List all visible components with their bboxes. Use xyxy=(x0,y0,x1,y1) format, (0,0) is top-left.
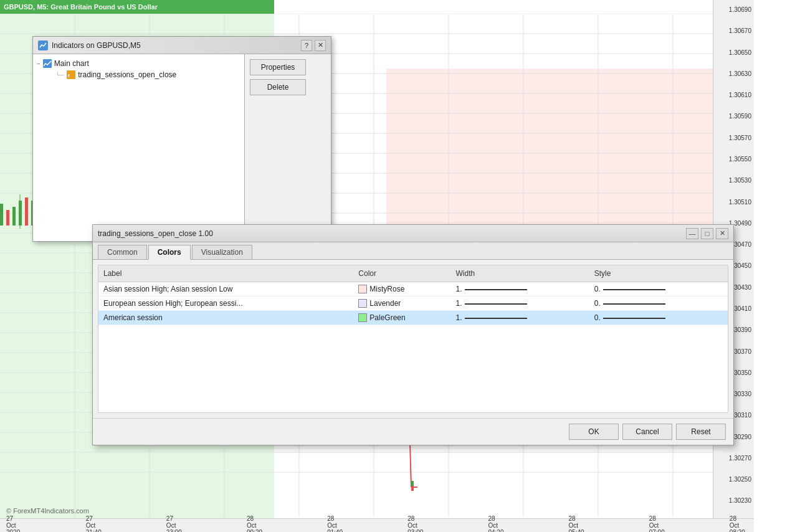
time-label: 28 Oct 04:20 xyxy=(488,515,506,532)
row-label: European session High; European sessi... xyxy=(98,297,353,311)
price-label: 1.30690 xyxy=(716,6,751,13)
header-style: Style xyxy=(589,265,728,282)
tree-expand-icon[interactable]: − xyxy=(37,60,40,67)
row-color[interactable]: MistyRose xyxy=(353,282,450,297)
delete-button[interactable]: Delete xyxy=(250,79,306,95)
properties-button[interactable]: Properties xyxy=(250,59,306,75)
price-label: 1.30570 xyxy=(716,135,751,141)
width-line-sample xyxy=(465,289,527,290)
properties-close-button[interactable]: ✕ xyxy=(716,228,728,239)
time-label: 27 Oct 21:40 xyxy=(86,515,104,532)
price-label: 1.30530 xyxy=(716,177,751,184)
price-label: 1.30610 xyxy=(716,92,751,98)
tree-child-connector: └─ xyxy=(55,72,64,78)
header-label: Label xyxy=(98,265,353,282)
minimize-icon: — xyxy=(689,230,696,237)
properties-tabs: Common Colors Visualization xyxy=(93,242,733,260)
svg-rect-49 xyxy=(0,204,3,226)
row-width: 1. xyxy=(451,297,589,311)
row-style: 0. xyxy=(589,282,728,297)
ok-button[interactable]: OK xyxy=(569,424,619,440)
price-label: 1.30630 xyxy=(716,70,751,77)
svg-rect-58 xyxy=(411,486,414,491)
tree-main-chart-label: Main chart xyxy=(54,59,89,68)
tab-visualization[interactable]: Visualization xyxy=(192,245,252,259)
color-swatch-lavender xyxy=(358,299,367,308)
dialog-title-left: Indicators on GBPUSD,M5 xyxy=(38,40,141,50)
maximize-icon: □ xyxy=(705,230,710,237)
row-label: Asian session High; Asian session Low xyxy=(98,282,353,297)
chart-title: GBPUSD, M5: Great Britain Pound vs US Do… xyxy=(4,3,158,11)
time-label: 28 Oct 01:40 xyxy=(327,515,345,532)
indicators-question-button[interactable]: ? xyxy=(301,40,312,51)
row-style: 0. xyxy=(589,311,728,325)
cancel-button[interactable]: Cancel xyxy=(622,424,672,440)
table-header-row: Label Color Width Style xyxy=(98,265,728,282)
time-label: 27 Oct 23:00 xyxy=(166,515,184,532)
time-label: 28 Oct 00:20 xyxy=(247,515,265,532)
price-label: 1.30510 xyxy=(716,199,751,206)
maximize-button[interactable]: □ xyxy=(701,228,713,239)
header-width: Width xyxy=(451,265,589,282)
color-table: Label Color Width Style Asian session Hi… xyxy=(98,265,728,325)
table-row[interactable]: Asian session High; Asian session Low Mi… xyxy=(98,282,728,297)
time-label: 28 Oct 05:40 xyxy=(569,515,587,532)
properties-window-controls: — □ ✕ xyxy=(686,228,728,239)
tree-indicator-node: └─ f trading_sessions_open_close xyxy=(37,69,240,79)
row-width: 1. xyxy=(451,311,589,325)
row-width: 1. xyxy=(451,282,589,297)
indicators-dialog: Indicators on GBPUSD,M5 ? ✕ − Main chart… xyxy=(32,36,331,242)
indicators-dialog-controls: ? ✕ xyxy=(301,40,326,51)
header-color: Color xyxy=(353,265,450,282)
indicators-dialog-body: − Main chart └─ f trading_sessions_open_… xyxy=(33,54,331,241)
svg-rect-48 xyxy=(6,210,9,226)
svg-rect-47 xyxy=(12,207,16,226)
row-label: American session xyxy=(98,311,353,325)
time-label: 28 Oct 08:20 xyxy=(730,515,748,532)
minimize-button[interactable]: — xyxy=(686,228,698,239)
table-row[interactable]: American session PaleGreen 1. 0. xyxy=(98,311,728,325)
svg-rect-60 xyxy=(43,59,52,68)
properties-content: Label Color Width Style Asian session Hi… xyxy=(98,265,728,413)
color-name: PaleGreen xyxy=(369,313,405,322)
price-label: 1.30550 xyxy=(716,156,751,163)
style-line-sample xyxy=(603,318,665,319)
watermark: © ForexMT4Indicators.com xyxy=(6,507,89,515)
svg-rect-50 xyxy=(25,197,28,226)
chart-title-bar: GBPUSD, M5: Great Britain Pound vs US Do… xyxy=(0,0,274,14)
time-axis: 27 Oct 2020 27 Oct 21:40 27 Oct 23:00 28… xyxy=(0,518,754,532)
indicators-close-button[interactable]: ✕ xyxy=(315,40,326,51)
style-line-sample xyxy=(603,303,665,305)
price-label: 1.30670 xyxy=(716,27,751,34)
time-label: 28 Oct 07:00 xyxy=(649,515,667,532)
indicators-dialog-titlebar: Indicators on GBPUSD,M5 ? ✕ xyxy=(33,37,331,54)
style-line-sample xyxy=(603,289,665,290)
row-color[interactable]: PaleGreen xyxy=(353,311,450,325)
properties-dialog: trading_sessions_open_close 1.00 — □ ✕ C… xyxy=(92,224,734,445)
width-line-sample xyxy=(465,303,527,305)
properties-title: trading_sessions_open_close 1.00 xyxy=(98,229,213,238)
price-label: 1.30230 xyxy=(716,497,751,504)
properties-footer: OK Cancel Reset xyxy=(93,418,733,445)
color-name: MistyRose xyxy=(369,285,404,293)
tree-main-chart-node: − Main chart xyxy=(37,58,240,69)
tab-colors[interactable]: Colors xyxy=(148,245,191,260)
price-label: 1.30270 xyxy=(716,455,751,462)
time-label: 27 Oct 2020 xyxy=(6,515,24,532)
indicators-dialog-icon xyxy=(38,40,48,50)
color-swatch-mistyrose xyxy=(358,285,367,293)
time-label: 28 Oct 03:00 xyxy=(407,515,426,532)
tree-indicator-label: trading_sessions_open_close xyxy=(78,70,176,79)
reset-button[interactable]: Reset xyxy=(676,424,726,440)
table-empty-space xyxy=(98,325,728,412)
indicators-action-panel: Properties Delete xyxy=(245,54,311,241)
close-icon: ✕ xyxy=(720,229,725,237)
row-color[interactable]: Lavender xyxy=(353,297,450,311)
tab-common[interactable]: Common xyxy=(98,245,147,259)
row-style: 0. xyxy=(589,297,728,311)
table-row[interactable]: European session High; European sessi...… xyxy=(98,297,728,311)
indicators-dialog-title: Indicators on GBPUSD,M5 xyxy=(52,41,141,50)
indicators-tree-panel: − Main chart └─ f trading_sessions_open_… xyxy=(33,54,245,241)
price-label: 1.30250 xyxy=(716,476,751,483)
tree-chart-icon xyxy=(43,59,52,68)
